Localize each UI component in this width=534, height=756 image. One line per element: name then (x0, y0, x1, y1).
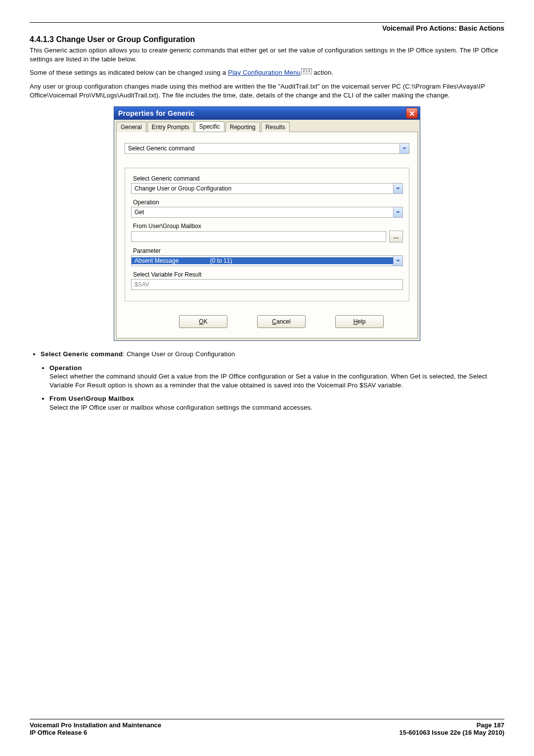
field-parameter: Parameter Absent Message (0 to 11) (131, 247, 403, 266)
tab-entry-prompts[interactable]: Entry Prompts (147, 122, 194, 132)
help-button[interactable]: Help (335, 315, 384, 328)
close-icon: ✕ (409, 110, 415, 117)
combo-operation-dropdown[interactable] (393, 207, 402, 217)
section-title: 4.4.1.3 Change User or Group Configurati… (30, 35, 504, 44)
tab-specific[interactable]: Specific (195, 121, 224, 132)
chevron-down-icon (396, 188, 400, 189)
dialog-button-row: OK Cancel Help (125, 315, 409, 328)
combo-generic-command[interactable]: Change User or Group Configuration (131, 183, 403, 194)
footer-row-2: IP Office Release 6 15-601063 Issue 22e … (30, 729, 504, 736)
section-heading: Change User or Group Configuration (56, 35, 195, 44)
header-tag: Voicemail Pro Actions: Basic Actions (30, 24, 504, 32)
footer-rule (30, 719, 504, 719)
label-parameter: Parameter (131, 247, 403, 254)
close-button[interactable]: ✕ (406, 108, 418, 119)
combo-generic-command-dropdown[interactable] (393, 184, 402, 193)
bullet-mailbox-body: Select the IP Office user or mailbox who… (49, 404, 312, 411)
page-ref-badge: 213 (301, 68, 312, 74)
chevron-down-icon (402, 147, 406, 149)
footer-left-2: IP Office Release 6 (30, 729, 87, 736)
top-rule (30, 22, 504, 23)
dialog-panel: Select Generic command Select Generic co… (116, 132, 418, 338)
input-mailbox[interactable] (131, 231, 386, 242)
page-footer: Voicemail Pro Installation and Maintenan… (30, 719, 504, 736)
properties-dialog: Properties for Generic ✕ General Entry P… (114, 106, 420, 341)
combo-operation-value: Get (132, 209, 393, 216)
paragraph-2: Some of these settings as indicated belo… (30, 68, 504, 77)
dialog-titlebar: Properties for Generic ✕ (114, 107, 420, 120)
chevron-down-icon (396, 260, 400, 262)
top-combo-dropdown[interactable] (400, 143, 409, 153)
footer-right-1: Page 187 (477, 721, 504, 729)
section-number: 4.4.1.3 (30, 35, 54, 44)
field-top-combo: Select Generic command (125, 143, 409, 154)
footer-left-1: Voicemail Pro Installation and Maintenan… (30, 721, 161, 729)
cancel-button[interactable]: Cancel (257, 315, 306, 328)
bullet-select-command: Select Generic command: Change User or G… (41, 350, 504, 359)
top-combo[interactable]: Select Generic command (125, 143, 409, 154)
tab-reporting[interactable]: Reporting (225, 122, 260, 132)
label-mailbox: From User\Group Mailbox (131, 223, 403, 230)
label-generic-command: Select Generic command (131, 175, 403, 182)
label-result-var: Select Variable For Result (131, 271, 403, 278)
field-mailbox: From User\Group Mailbox … (131, 223, 403, 242)
footer-right-2: 15-601063 Issue 22e (16 May 2010) (400, 729, 505, 736)
footer-row-1: Voicemail Pro Installation and Maintenan… (30, 721, 504, 729)
combo-operation[interactable]: Get (131, 207, 403, 218)
tab-general[interactable]: General (116, 122, 146, 132)
browse-mailbox-button[interactable]: … (389, 231, 403, 242)
fields-group: Select Generic command Change User or Gr… (125, 168, 409, 301)
sub-bullet-list: Operation Select whether the command sho… (30, 364, 504, 412)
field-result-var: Select Variable For Result $SAV (131, 271, 403, 290)
combo-parameter-text: Absent Message (134, 257, 178, 264)
ellipsis-icon: … (394, 234, 399, 239)
combo-parameter-extra: (0 to 11) (210, 257, 232, 264)
combo-parameter-value: Absent Message (0 to 11) (132, 257, 393, 264)
paragraph-3: Any user or group configuration changes … (30, 82, 504, 99)
field-generic-command: Select Generic command Change User or Gr… (131, 175, 403, 194)
bullet-mailbox: From User\Group Mailbox Select the IP Of… (49, 394, 504, 412)
input-result-var[interactable]: $SAV (131, 279, 403, 290)
paragraph-1: This Generic action option allows you to… (30, 46, 504, 63)
bullet-select-command-value: : Change User or Group Configuration (123, 350, 235, 358)
play-config-menu-link[interactable]: Play Configuration Menu (228, 69, 301, 76)
field-operation: Operation Get (131, 199, 403, 218)
p2-after: action. (312, 69, 334, 76)
dialog-title: Properties for Generic (118, 109, 194, 117)
combo-parameter[interactable]: Absent Message (0 to 11) (131, 255, 403, 266)
p2-before: Some of these settings as indicated belo… (30, 69, 228, 76)
ok-button[interactable]: OK (179, 315, 227, 328)
bullet-select-command-head: Select Generic command (41, 350, 123, 358)
combo-generic-command-value: Change User or Group Configuration (132, 185, 393, 192)
label-operation: Operation (131, 199, 403, 206)
input-result-var-value: $SAV (132, 281, 402, 288)
combo-parameter-dropdown[interactable] (393, 256, 402, 266)
dialog-tabs: General Entry Prompts Specific Reporting… (114, 120, 420, 132)
bullet-operation-head: Operation (49, 364, 82, 372)
bullet-mailbox-head: From User\Group Mailbox (49, 395, 134, 402)
bullet-list: Select Generic command: Change User or G… (30, 350, 504, 359)
chevron-down-icon (396, 211, 400, 213)
tab-results[interactable]: Results (261, 122, 290, 132)
bullet-operation: Operation Select whether the command sho… (49, 364, 504, 390)
top-combo-value: Select Generic command (125, 145, 400, 152)
bullet-operation-body: Select whether the command should Get a … (49, 373, 487, 389)
